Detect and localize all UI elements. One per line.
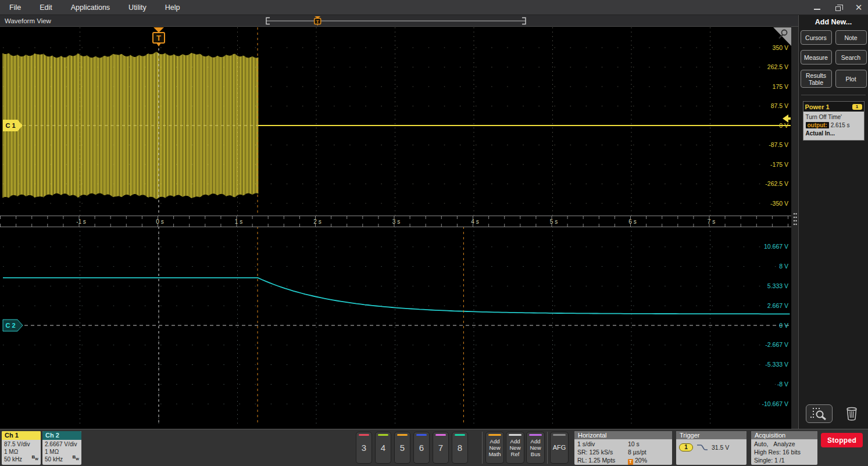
svg-text:1 s: 1 s bbox=[235, 218, 242, 225]
svg-text:5.333 V: 5.333 V bbox=[767, 282, 788, 289]
channel-3-button[interactable]: 3 bbox=[356, 432, 372, 464]
channel-5-button[interactable]: 5 bbox=[394, 432, 410, 464]
trash-icon bbox=[846, 407, 858, 421]
svg-text:3 s: 3 s bbox=[392, 218, 400, 225]
measure-button[interactable]: Measure bbox=[801, 50, 832, 64]
svg-text:0 V: 0 V bbox=[779, 122, 788, 129]
bandwidth-limit-icon: BW bbox=[32, 453, 38, 463]
svg-text:C 1: C 1 bbox=[5, 122, 15, 129]
channel-2-name: Ch 2 bbox=[42, 431, 81, 440]
waveform-display[interactable]: -1 s0 s1 s2 s3 s4 s5 s6 s7 s350 V262.5 V… bbox=[0, 27, 798, 429]
run-stop-status-button[interactable]: Stopped bbox=[821, 433, 863, 447]
horizontal-panel[interactable]: Horizontal 1 s/div10 s SR: 125 kS/s8 µs/… bbox=[574, 431, 672, 465]
channel-8-button[interactable]: 8 bbox=[452, 432, 468, 464]
panel-divider bbox=[801, 95, 866, 95]
note-button[interactable]: Note bbox=[835, 30, 867, 45]
svg-text:-10.667 V: -10.667 V bbox=[762, 400, 788, 407]
ch2-tag: C 2 bbox=[3, 320, 23, 331]
plot-button[interactable]: Plot bbox=[835, 70, 867, 88]
acq-resolution: High Res: 16 bits bbox=[754, 448, 815, 456]
acquisition-title: Acquisition bbox=[751, 431, 817, 439]
channel-7-button[interactable]: 7 bbox=[433, 432, 449, 464]
results-table-button[interactable]: Results Table bbox=[801, 70, 832, 88]
power-1-badge[interactable]: Power 1 1 Turn Off Time' output: 2.615 s… bbox=[803, 101, 865, 141]
svg-text:T: T bbox=[156, 34, 161, 42]
h-sample-rate: SR: 125 kS/s bbox=[577, 448, 628, 456]
restore-icon[interactable] bbox=[833, 3, 842, 12]
svg-text:0 V: 0 V bbox=[779, 322, 788, 329]
trigger-panel[interactable]: Trigger 1 31.5 V bbox=[676, 431, 746, 465]
menu-utility[interactable]: Utility bbox=[128, 3, 147, 12]
svg-text:-350 V: -350 V bbox=[770, 200, 788, 207]
trigger-level: 31.5 V bbox=[712, 443, 729, 451]
trash-button[interactable] bbox=[844, 406, 859, 422]
svg-text:87.5 V: 87.5 V bbox=[771, 102, 788, 109]
results-bar: Add New... Cursors Note Measure Search R… bbox=[798, 15, 868, 429]
channel-2-scale: 2.6667 V/div bbox=[45, 440, 81, 448]
channel-1-name: Ch 1 bbox=[2, 431, 41, 440]
svg-text:2 s: 2 s bbox=[313, 218, 321, 225]
svg-text:7 s: 7 s bbox=[708, 218, 715, 225]
h-window: 10 s bbox=[628, 440, 640, 448]
trigger-title: Trigger bbox=[676, 431, 746, 439]
menu-edit[interactable]: Edit bbox=[40, 3, 52, 12]
power-output-label: output: bbox=[806, 122, 829, 128]
group-divider bbox=[482, 432, 483, 464]
waveform-view-title: Waveform View bbox=[0, 17, 51, 24]
svg-text:-175 V: -175 V bbox=[770, 161, 788, 168]
channel-4-button[interactable]: 4 bbox=[375, 432, 391, 464]
svg-text:262.5 V: 262.5 V bbox=[767, 63, 788, 70]
svg-text:0 s: 0 s bbox=[156, 218, 163, 225]
svg-text:-2.667 V: -2.667 V bbox=[765, 341, 788, 348]
channel-1-badge[interactable]: Ch 1 87.5 V/div 1 MΩ 50 kHz BW bbox=[2, 431, 41, 465]
power-output-value: 2.615 s bbox=[831, 122, 850, 128]
add-new-bus-button[interactable]: AddNewBus bbox=[526, 432, 545, 464]
acq-mode: Auto, bbox=[754, 440, 769, 447]
falling-edge-icon bbox=[696, 444, 708, 451]
svg-text:-262.5 V: -262.5 V bbox=[765, 180, 788, 187]
ch1-waveform bbox=[3, 52, 791, 199]
channel-2-badge[interactable]: Ch 2 2.6667 V/div 1 MΩ 50 kHz BW bbox=[42, 431, 81, 465]
svg-text:175 V: 175 V bbox=[773, 83, 788, 90]
trigger-source-badge: 1 bbox=[679, 443, 693, 451]
h-scale: 1 s/div bbox=[577, 440, 628, 448]
acq-single: Single: 1 /1 bbox=[754, 456, 815, 464]
acq-analyze: Analyze bbox=[773, 440, 795, 447]
svg-text:6 s: 6 s bbox=[628, 218, 636, 225]
add-new-math-button[interactable]: AddNewMath bbox=[485, 432, 504, 464]
search-button[interactable]: Search bbox=[835, 50, 867, 64]
trigger-position-icon: T bbox=[628, 459, 633, 465]
ch2-waveform bbox=[3, 278, 790, 314]
svg-text:-1 s: -1 s bbox=[76, 218, 86, 225]
close-icon[interactable]: ✕ bbox=[854, 3, 863, 12]
settings-bar: Ch 1 87.5 V/div 1 MΩ 50 kHz BW Ch 2 2.66… bbox=[0, 429, 868, 466]
channel-6-button[interactable]: 6 bbox=[413, 432, 430, 464]
svg-text:2.667 V: 2.667 V bbox=[767, 302, 788, 309]
menu-applications[interactable]: Applications bbox=[71, 3, 110, 12]
menu-help[interactable]: Help bbox=[165, 3, 180, 12]
zoom-corner-icon bbox=[773, 27, 791, 46]
svg-text:4 s: 4 s bbox=[471, 218, 478, 225]
add-new-ref-button[interactable]: AddNewRef bbox=[506, 432, 524, 464]
h-record-length: RL: 1.25 Mpts bbox=[577, 456, 628, 465]
waveform-view-tabbar: Waveform View T bbox=[0, 15, 798, 27]
acquisition-panel[interactable]: Acquisition Auto, Analyze High Res: 16 b… bbox=[751, 431, 817, 465]
afg-button[interactable]: AFG bbox=[550, 432, 569, 464]
svg-text:5 s: 5 s bbox=[550, 218, 558, 225]
svg-text:-8 V: -8 V bbox=[777, 381, 788, 388]
graticule-svg: -1 s0 s1 s2 s3 s4 s5 s6 s7 s350 V262.5 V… bbox=[0, 27, 798, 429]
horizontal-title: Horizontal bbox=[574, 431, 672, 439]
menu-file[interactable]: File bbox=[9, 3, 21, 12]
svg-text:-5.333 V: -5.333 V bbox=[765, 361, 788, 368]
cursors-button[interactable]: Cursors bbox=[801, 30, 832, 45]
record-view-minimap[interactable]: T bbox=[265, 16, 527, 26]
zoom-mode-button[interactable] bbox=[806, 404, 833, 423]
svg-text:-87.5 V: -87.5 V bbox=[769, 141, 788, 148]
power-measure-name: Turn Off Time' bbox=[806, 113, 862, 121]
svg-text:T: T bbox=[316, 19, 319, 24]
minimize-icon[interactable] bbox=[812, 3, 821, 12]
svg-text:C 2: C 2 bbox=[5, 322, 15, 329]
window-controls: ✕ bbox=[812, 0, 863, 15]
h-resolution: 8 µs/pt bbox=[628, 448, 646, 456]
power-1-count-badge: 1 bbox=[852, 104, 862, 110]
